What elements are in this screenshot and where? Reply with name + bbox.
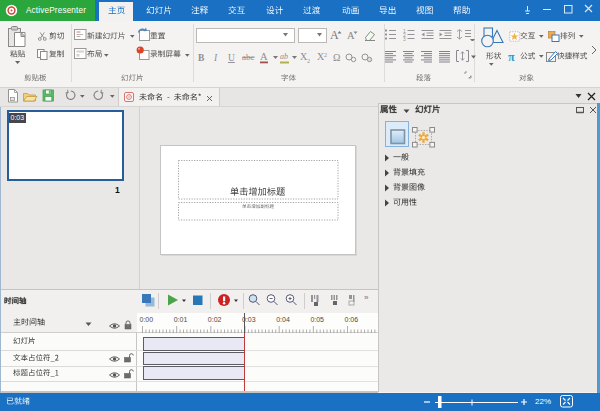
svg-text:2: 2 [324,52,327,58]
svg-text:2: 2 [307,58,310,64]
svg-text:abc: abc [242,52,255,62]
svg-text:I: I [213,53,218,63]
svg-text:3: 3 [403,36,406,42]
svg-text:U: U [228,53,235,63]
svg-text:π: π [508,50,515,62]
svg-text:A: A [330,28,339,42]
svg-text:ab: ab [280,52,288,61]
svg-text:A: A [260,51,268,62]
svg-text:B: B [198,53,205,63]
svg-text:»: » [364,293,369,302]
svg-text:Ω: Ω [333,52,340,63]
